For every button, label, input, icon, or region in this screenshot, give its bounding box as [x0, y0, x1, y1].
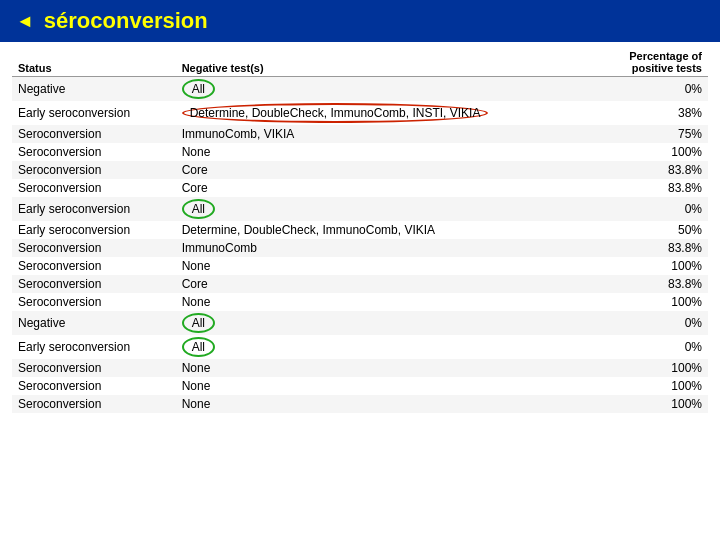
cell-negative-tests: All: [176, 311, 597, 335]
table-container: Status Negative test(s) Percentage ofpos…: [0, 42, 720, 530]
table-row: SeroconversionNone100%: [12, 359, 708, 377]
cell-percentage: 0%: [596, 197, 708, 221]
cell-status: Seroconversion: [12, 125, 176, 143]
green-circle-indicator: All: [182, 79, 215, 99]
cell-percentage: 75%: [596, 125, 708, 143]
cell-status: Early seroconversion: [12, 221, 176, 239]
cell-percentage: 100%: [596, 377, 708, 395]
cell-negative-tests: All: [176, 197, 597, 221]
table-row: Early seroconversionDetermine, DoubleChe…: [12, 101, 708, 125]
cell-negative-tests: All: [176, 77, 597, 102]
table-row: SeroconversionNone100%: [12, 395, 708, 413]
cell-percentage: 100%: [596, 143, 708, 161]
cell-percentage: 83.8%: [596, 161, 708, 179]
table-row: Early seroconversionAll0%: [12, 335, 708, 359]
green-circle-indicator: All: [182, 337, 215, 357]
green-circle-indicator: All: [182, 313, 215, 333]
table-row: SeroconversionImmunoComb, VIKIA75%: [12, 125, 708, 143]
cell-negative-tests: None: [176, 293, 597, 311]
cell-negative-tests: None: [176, 257, 597, 275]
data-table: Status Negative test(s) Percentage ofpos…: [12, 46, 708, 413]
cell-negative-tests: Core: [176, 275, 597, 293]
cell-status: Early seroconversion: [12, 101, 176, 125]
table-row: SeroconversionCore83.8%: [12, 161, 708, 179]
col-percentage: Percentage ofpositive tests: [596, 46, 708, 77]
col-status: Status: [12, 46, 176, 77]
cell-status: Seroconversion: [12, 143, 176, 161]
red-circle-indicator: Determine, DoubleCheck, ImmunoComb, INST…: [182, 103, 489, 123]
cell-status: Seroconversion: [12, 395, 176, 413]
table-header-row: Status Negative test(s) Percentage ofpos…: [12, 46, 708, 77]
cell-percentage: 38%: [596, 101, 708, 125]
cell-status: Seroconversion: [12, 161, 176, 179]
cell-percentage: 83.8%: [596, 239, 708, 257]
cell-negative-tests: None: [176, 359, 597, 377]
green-circle-indicator: All: [182, 199, 215, 219]
cell-percentage: 100%: [596, 257, 708, 275]
cell-negative-tests: All: [176, 335, 597, 359]
table-row: SeroconversionNone100%: [12, 143, 708, 161]
cell-negative-tests: Determine, DoubleCheck, ImmunoComb, INST…: [176, 101, 597, 125]
cell-status: Early seroconversion: [12, 335, 176, 359]
cell-negative-tests: Determine, DoubleCheck, ImmunoComb, VIKI…: [176, 221, 597, 239]
cell-status: Seroconversion: [12, 359, 176, 377]
cell-status: Early seroconversion: [12, 197, 176, 221]
cell-percentage: 100%: [596, 359, 708, 377]
cell-percentage: 83.8%: [596, 275, 708, 293]
cell-status: Negative: [12, 311, 176, 335]
table-row: SeroconversionNone100%: [12, 257, 708, 275]
cell-negative-tests: None: [176, 143, 597, 161]
table-row: SeroconversionNone100%: [12, 377, 708, 395]
cell-negative-tests: ImmunoComb: [176, 239, 597, 257]
back-arrow-icon[interactable]: ◄: [16, 11, 34, 32]
cell-percentage: 0%: [596, 77, 708, 102]
cell-status: Seroconversion: [12, 257, 176, 275]
cell-status: Seroconversion: [12, 377, 176, 395]
cell-percentage: 83.8%: [596, 179, 708, 197]
cell-percentage: 100%: [596, 293, 708, 311]
cell-status: Negative: [12, 77, 176, 102]
cell-percentage: 0%: [596, 335, 708, 359]
col-negative-tests: Negative test(s): [176, 46, 597, 77]
cell-status: Seroconversion: [12, 275, 176, 293]
table-row: SeroconversionImmunoComb83.8%: [12, 239, 708, 257]
cell-status: Seroconversion: [12, 179, 176, 197]
cell-negative-tests: Core: [176, 161, 597, 179]
cell-status: Seroconversion: [12, 293, 176, 311]
cell-percentage: 50%: [596, 221, 708, 239]
table-row: SeroconversionCore83.8%: [12, 179, 708, 197]
table-row: NegativeAll0%: [12, 77, 708, 102]
cell-status: Seroconversion: [12, 239, 176, 257]
table-row: NegativeAll0%: [12, 311, 708, 335]
cell-negative-tests: ImmunoComb, VIKIA: [176, 125, 597, 143]
page-title: séroconversion: [44, 8, 208, 34]
cell-negative-tests: None: [176, 395, 597, 413]
table-row: SeroconversionNone100%: [12, 293, 708, 311]
cell-percentage: 0%: [596, 311, 708, 335]
cell-negative-tests: None: [176, 377, 597, 395]
page-header: ◄ séroconversion: [0, 0, 720, 42]
cell-percentage: 100%: [596, 395, 708, 413]
table-row: Early seroconversionDetermine, DoubleChe…: [12, 221, 708, 239]
table-row: SeroconversionCore83.8%: [12, 275, 708, 293]
cell-negative-tests: Core: [176, 179, 597, 197]
table-row: Early seroconversionAll0%: [12, 197, 708, 221]
